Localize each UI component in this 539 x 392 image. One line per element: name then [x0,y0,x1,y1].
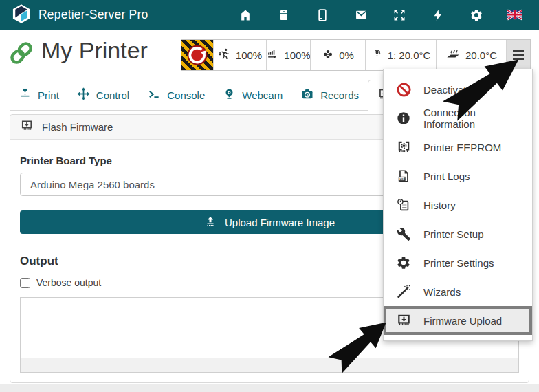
flow-bars-icon [266,47,279,63]
menu-item-printer-eeprom[interactable]: Printer EEPROM [384,133,532,162]
brand-link[interactable]: Repetier-Server Pro [11,3,148,27]
flow-value: 100% [284,50,310,61]
tab-print[interactable]: Print [10,80,68,110]
fan-status[interactable]: 0% [310,40,365,70]
tab-console[interactable]: Console [138,80,214,110]
deactivate-icon [395,81,412,98]
printer-dropdown-menu: Deactivate Connection Information Printe… [383,69,533,341]
menu-item-printer-settings[interactable]: Printer Settings [384,248,532,277]
svg-text:LOG: LOG [400,178,406,181]
page-title: My Printer [41,37,148,64]
wrench-icon [395,226,412,242]
bed-temp-value: 20.0°C [465,50,497,61]
gear-icon [395,254,412,271]
menu-item-label: History [424,199,456,211]
emergency-stop-button[interactable] [182,40,213,70]
magic-wand-icon [395,283,412,300]
extruder-icon [371,48,383,62]
menu-item-print-logs[interactable]: LOG Print Logs [384,162,532,190]
page-background-strip [0,384,539,392]
tab-records[interactable]: Records [292,80,368,110]
camera-records-icon [300,87,314,103]
speed-value: 100% [236,50,262,61]
menu-item-label: Printer Setup [424,228,484,240]
menu-item-wizards[interactable]: Wizards [384,277,532,306]
upload-icon [204,215,217,230]
webcam-icon [223,87,236,102]
flow-status[interactable]: 100% [266,40,310,70]
mail-icon[interactable] [353,8,368,23]
info-icon [395,110,412,127]
repetier-logo-icon [11,3,32,27]
tab-print-label: Print [38,89,59,101]
menu-item-connection-information[interactable]: Connection Information [384,104,532,133]
heated-bed-icon [446,48,461,63]
brand-title: Repetier-Server Pro [38,8,148,22]
tab-webcam-label: Webcam [242,89,283,101]
extruder-temp-value: 1: 20.0°C [388,50,431,61]
menu-item-label: Firmware Upload [424,315,502,327]
printer-menu-button[interactable] [506,40,530,70]
verbose-output-checkbox[interactable] [20,278,30,288]
firmware-chip-icon [20,119,34,135]
fan-icon [322,48,334,63]
bolt-icon[interactable] [430,8,446,23]
menu-item-label: Connection Information [424,107,520,130]
fullscreen-icon[interactable] [392,8,407,23]
menu-item-printer-setup[interactable]: Printer Setup [384,219,532,248]
tab-records-label: Records [320,89,359,101]
top-navbar: Repetier-Server Pro [0,0,539,30]
menu-item-firmware-upload[interactable]: Firmware Upload [384,306,532,335]
printer-icon[interactable] [276,8,292,23]
upload-button-label: Upload Firmware Image [225,217,335,228]
board-type-value: Arduino Mega 2560 boards [30,179,155,190]
menu-item-label: Print Logs [424,171,470,182]
terminal-icon [147,87,161,103]
tab-control-label: Control [96,89,129,101]
menu-item-label: Wizards [424,286,461,298]
tab-console-label: Console [167,89,205,101]
tab-control[interactable]: Control [68,80,138,110]
menu-item-label: Printer EEPROM [424,142,501,153]
log-file-icon: LOG [395,168,412,184]
home-icon[interactable] [238,8,253,23]
gear-icon[interactable] [469,8,484,23]
bed-temp-status[interactable]: 20.0°C [436,40,506,70]
printer-statusbar: 100% 100% 0% 1: 2 [181,39,531,71]
link-connected-icon[interactable] [8,40,34,69]
menu-item-label: Deactivate [424,84,472,96]
panel-title: Flash Firmware [42,121,113,133]
move-arrows-icon [77,87,90,102]
speed-status[interactable]: 100% [213,40,266,70]
uk-flag-icon[interactable] [507,8,522,23]
touchscreen-icon[interactable] [315,8,330,23]
output-scrollbar[interactable] [21,358,518,372]
tab-webcam[interactable]: Webcam [214,80,292,110]
verbose-output-label: Verbose output [36,277,101,288]
firmware-chip-icon [395,312,412,329]
eeprom-chip-icon [395,139,412,155]
history-icon [395,197,412,213]
menu-item-deactivate[interactable]: Deactivate [384,75,532,104]
menu-item-label: Printer Settings [424,257,494,269]
fan-value: 0% [339,50,354,61]
print-icon [19,87,32,102]
menu-item-history[interactable]: History [384,190,532,219]
extruder-temp-status[interactable]: 1: 20.0°C [365,40,436,70]
speed-runner-icon [218,47,231,63]
